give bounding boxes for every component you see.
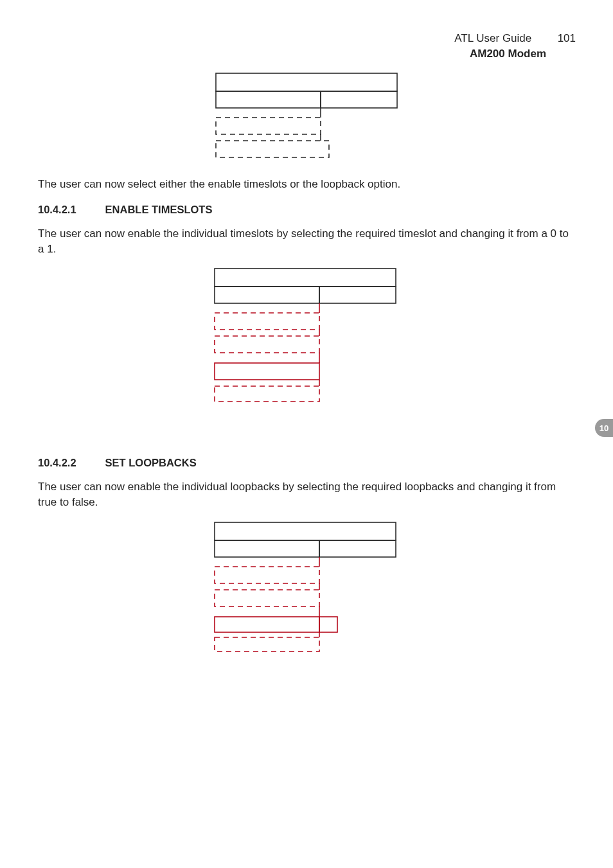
document-page: ATL User Guide 101 AM200 Modem 10 The us… [0, 0, 613, 868]
svg-rect-1 [216, 91, 321, 108]
product-name: AM200 Modem [454, 46, 546, 62]
timeslots-paragraph: The user can now enable the individual t… [38, 226, 572, 257]
intro-paragraph: The user can now select either the enabl… [38, 177, 572, 192]
page-number: 101 [546, 31, 576, 46]
svg-rect-17 [215, 386, 319, 402]
svg-rect-22 [215, 567, 319, 583]
section-title: ENABLE TIMESLOTS [105, 204, 213, 215]
svg-rect-4 [216, 118, 321, 134]
content-area: The user can now select either the enabl… [38, 177, 572, 675]
page-header: ATL User Guide 101 AM200 Modem [454, 31, 576, 62]
section-title: SET LOOPBACKS [105, 457, 197, 468]
guide-title: ATL User Guide [454, 32, 531, 44]
svg-rect-20 [319, 540, 396, 557]
svg-rect-0 [216, 73, 397, 91]
svg-rect-26 [215, 617, 319, 632]
svg-rect-11 [215, 313, 319, 330]
section-heading-timeslots: 10.4.2.1 ENABLE TIMESLOTS [38, 204, 572, 216]
svg-rect-13 [215, 336, 319, 353]
header-line-1: ATL User Guide 101 [454, 31, 576, 46]
svg-rect-24 [215, 590, 319, 607]
diagram-1-wrap [0, 73, 613, 161]
chapter-tab: 10 [595, 419, 613, 437]
svg-rect-18 [215, 522, 396, 540]
svg-rect-15 [215, 363, 319, 380]
svg-rect-6 [216, 141, 329, 157]
svg-rect-8 [215, 287, 319, 303]
diagram-2 [214, 268, 396, 403]
svg-rect-2 [321, 91, 397, 108]
diagram-3-wrap [38, 522, 572, 655]
loopbacks-paragraph: The user can now enable the individual l… [38, 479, 572, 510]
diagram-2-wrap [38, 268, 572, 405]
svg-rect-9 [319, 287, 396, 303]
section-number: 10.4.2.2 [38, 457, 102, 469]
chapter-tab-label: 10 [600, 423, 609, 433]
svg-rect-19 [215, 540, 319, 557]
svg-rect-7 [215, 269, 396, 287]
spacer [38, 425, 572, 457]
svg-rect-27 [319, 617, 337, 632]
diagram-3 [214, 522, 396, 653]
section-number: 10.4.2.1 [38, 204, 102, 216]
diagram-1 [215, 73, 398, 158]
svg-rect-29 [215, 637, 319, 651]
section-heading-loopbacks: 10.4.2.2 SET LOOPBACKS [38, 457, 572, 469]
